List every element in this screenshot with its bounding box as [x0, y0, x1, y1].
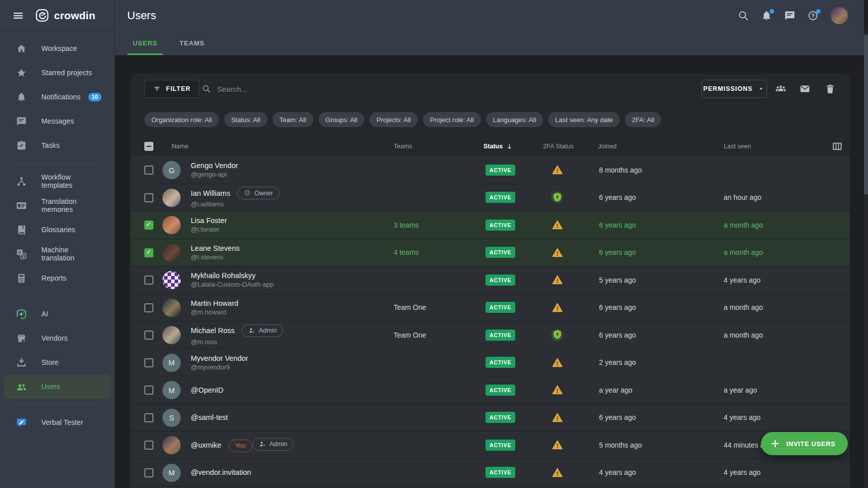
- sidebar-item-workflow-templates[interactable]: Workflow templates: [0, 169, 115, 193]
- teams-cell[interactable]: Team One: [394, 294, 426, 321]
- row-checkbox[interactable]: [144, 193, 153, 202]
- column-header-last-seen[interactable]: Last seen: [724, 136, 751, 156]
- row-menu-button[interactable]: [831, 412, 843, 424]
- row-menu-button[interactable]: [831, 329, 843, 341]
- sidebar-item-store[interactable]: Store: [0, 350, 115, 374]
- teams-cell[interactable]: Team One: [394, 321, 426, 349]
- user-name[interactable]: @uxmike: [191, 441, 222, 449]
- table-row[interactable]: Martin Howard @m.howard Team One ACTIVE …: [130, 294, 850, 322]
- row-menu-button[interactable]: [831, 164, 843, 176]
- user-name[interactable]: Leane Stevens: [191, 244, 240, 252]
- table-row[interactable]: M Myvendor Vendor @myvendor9 ACTIVE 2 ye…: [130, 349, 850, 377]
- sidebar-item-tasks[interactable]: Tasks: [0, 133, 115, 157]
- select-all-checkbox[interactable]: [144, 142, 153, 151]
- filter-chip-project-role[interactable]: Project role: All: [423, 112, 481, 127]
- column-header-name[interactable]: Name: [172, 136, 188, 156]
- row-checkbox[interactable]: [144, 248, 153, 257]
- column-header-teams[interactable]: Teams: [394, 136, 412, 156]
- row-checkbox[interactable]: [144, 276, 153, 285]
- row-checkbox[interactable]: [144, 468, 153, 477]
- user-name[interactable]: @vendor.invitation: [191, 468, 251, 476]
- sidebar-item-machine-translation[interactable]: G Machine translation: [0, 242, 115, 266]
- row-checkbox[interactable]: [144, 358, 153, 367]
- row-checkbox[interactable]: [144, 303, 153, 312]
- notifications-bell-icon[interactable]: [761, 10, 772, 21]
- table-row[interactable]: Mykhailo Rohalskyy @Lalala-Custom-OAuth-…: [130, 266, 850, 294]
- filter-chip-groups[interactable]: Groups: All: [318, 112, 365, 127]
- hamburger-menu-icon[interactable]: [12, 10, 24, 22]
- row-menu-button[interactable]: [831, 357, 843, 369]
- sidebar-item-messages[interactable]: Messages: [0, 109, 115, 133]
- user-name[interactable]: Lisa Foster: [191, 216, 227, 225]
- delete-icon[interactable]: [825, 83, 836, 94]
- table-row[interactable]: M @vendor.invitation ACTIVE 4 years ago …: [130, 459, 850, 487]
- filter-chip-organization-role[interactable]: Organization role: All: [144, 112, 219, 127]
- column-header-joined[interactable]: Joined: [598, 136, 617, 156]
- filter-chip-last-seen[interactable]: Last seen: Any date: [548, 112, 620, 127]
- column-header-2fa[interactable]: 2FA Status: [543, 136, 573, 156]
- user-name[interactable]: Michael Ross: [191, 327, 235, 335]
- user-name[interactable]: Myvendor Vendor: [191, 354, 248, 362]
- table-row[interactable]: Michael Ross Admin @m.ross Team One ACTI…: [130, 321, 850, 349]
- column-header-status[interactable]: Status: [483, 136, 513, 156]
- search-icon[interactable]: [738, 10, 749, 21]
- row-menu-button[interactable]: [831, 274, 843, 286]
- table-row[interactable]: S @saml-test ACTIVE 6 years ago 4 years …: [130, 404, 850, 432]
- row-checkbox[interactable]: [144, 441, 153, 450]
- row-menu-button[interactable]: [831, 219, 843, 231]
- invite-users-button[interactable]: INVITE USERS: [761, 432, 848, 455]
- user-name[interactable]: Ian Williams: [191, 189, 230, 197]
- search-input[interactable]: [217, 85, 378, 93]
- row-menu-button[interactable]: [831, 384, 843, 396]
- sidebar-item-ai[interactable]: AI: [0, 302, 115, 326]
- table-row[interactable]: G Gengo Vendor @gengo-api ACTIVE 8 month…: [130, 156, 850, 184]
- row-menu-button[interactable]: [831, 192, 843, 204]
- user-name[interactable]: Mykhailo Rohalskyy: [191, 272, 255, 280]
- sidebar-item-notifications[interactable]: Notifications 10: [0, 85, 115, 109]
- sidebar-item-reports[interactable]: Reports: [0, 266, 115, 290]
- manage-groups-icon[interactable]: [775, 83, 786, 94]
- sidebar-item-vendors[interactable]: Vendors: [0, 326, 115, 350]
- table-row[interactable]: Lisa Foster @l.forster 3 teams ACTIVE 6 …: [130, 211, 850, 239]
- filter-button[interactable]: FILTER: [144, 80, 199, 98]
- permissions-dropdown[interactable]: PERMISSIONS: [701, 80, 767, 98]
- help-icon[interactable]: ?: [807, 10, 819, 21]
- filter-chip-languages[interactable]: Languages: All: [486, 112, 543, 127]
- filter-chip-status[interactable]: Status: All: [224, 112, 267, 127]
- row-checkbox[interactable]: [144, 386, 153, 395]
- crowdin-logo[interactable]: crowdin: [35, 9, 95, 22]
- sidebar-item-translation-memories[interactable]: Translation memories: [0, 193, 115, 218]
- sidebar-item-starred-projects[interactable]: Starred projects: [0, 61, 115, 85]
- table-row[interactable]: M @OpenID ACTIVE a year ago a year ago: [130, 376, 850, 404]
- user-name[interactable]: @saml-test: [191, 413, 228, 421]
- email-icon[interactable]: [799, 83, 810, 94]
- row-menu-button[interactable]: [831, 302, 843, 314]
- row-checkbox[interactable]: [144, 221, 153, 230]
- messages-icon[interactable]: [784, 10, 795, 21]
- user-name[interactable]: Gengo Vendor: [191, 161, 238, 170]
- filter-chip-projects[interactable]: Projects: All: [369, 112, 418, 127]
- column-settings-icon[interactable]: [832, 141, 843, 152]
- user-name[interactable]: @OpenID: [191, 386, 224, 394]
- row-menu-button[interactable]: [831, 467, 843, 479]
- table-row[interactable]: Leane Stevens @l.stevens 4 teams ACTIVE …: [130, 239, 850, 267]
- user-avatar[interactable]: [831, 7, 848, 24]
- user-name[interactable]: Martin Howard: [191, 299, 238, 307]
- scrollbar-thumb[interactable]: [864, 34, 868, 195]
- table-row[interactable]: Ian Williams Owner @i.williams ACTIVE 6 …: [130, 184, 850, 212]
- row-checkbox[interactable]: [144, 413, 153, 422]
- teams-cell[interactable]: 4 teams: [394, 239, 419, 266]
- row-checkbox[interactable]: [144, 166, 153, 175]
- filter-chip-2fa[interactable]: 2FA: All: [625, 112, 661, 127]
- table-row[interactable]: @uxmike YouAdmin ACTIVE 5 months ago 44 …: [130, 431, 850, 459]
- sidebar-item-users[interactable]: Users: [4, 374, 111, 399]
- filter-chip-team[interactable]: Team: All: [273, 112, 313, 127]
- row-menu-button[interactable]: [831, 247, 843, 259]
- row-checkbox[interactable]: [144, 331, 153, 340]
- sidebar-item-workspace[interactable]: Workspace: [0, 36, 115, 61]
- tab-teams[interactable]: TEAMS: [174, 31, 210, 55]
- sidebar-item-verbal-tester[interactable]: Verbal Tester: [0, 410, 115, 435]
- tab-users[interactable]: USERS: [127, 31, 163, 55]
- teams-cell[interactable]: 3 teams: [394, 211, 419, 239]
- sidebar-item-glossaries[interactable]: Glossaries: [0, 218, 115, 242]
